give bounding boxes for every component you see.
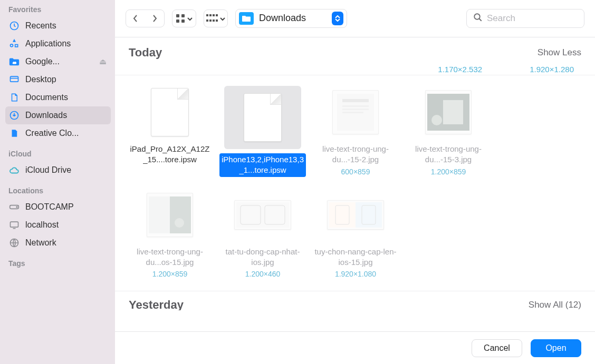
image-dimensions: 1.200×460 (245, 270, 281, 278)
main-pane: Downloads Today Show Less 1.170×2.532 1.… (115, 0, 595, 364)
svg-rect-10 (181, 19, 185, 23)
file-label: iPhone13,2,iPhone13,3_1...tore.ipsw (219, 153, 306, 177)
sidebar-heading: Tags (5, 259, 111, 271)
svg-rect-18 (216, 19, 218, 22)
svg-rect-7 (176, 14, 179, 17)
group-by-button[interactable] (204, 9, 228, 27)
sidebar-heading: Favorites (5, 5, 111, 17)
search-input[interactable] (487, 13, 578, 24)
svg-rect-12 (209, 14, 212, 16)
svg-rect-11 (206, 14, 208, 16)
cloud-icon (8, 164, 20, 176)
file-label: tat-tu-dong-cap-nhat-ios.jpg (219, 245, 306, 269)
sidebar-item-network[interactable]: Network (5, 234, 111, 252)
location-popup[interactable]: Downloads (235, 9, 347, 28)
section-header-yesterday: Yesterday Show All (12) (115, 291, 595, 310)
nav-back-button[interactable] (126, 10, 145, 27)
sidebar: Favorites Recents Applications Google...… (0, 0, 115, 364)
up-down-chevron-icon (332, 12, 343, 25)
file-item[interactable]: live-text-trong-ung-du...-15-3.jpg 1.200… (405, 86, 492, 177)
svg-rect-5 (11, 222, 18, 227)
file-browser-content[interactable]: Today Show Less 1.170×2.532 1.920×1.280 … (115, 37, 595, 331)
sidebar-item-applications[interactable]: Applications (5, 35, 111, 53)
file-item[interactable]: tuy-chon-nang-cap-len-ios-15.jpg 1.920×1… (312, 189, 399, 279)
sidebar-item-google[interactable]: Google... ⏏ (5, 53, 111, 71)
svg-rect-21 (342, 99, 369, 102)
file-thumbnail (141, 189, 199, 241)
sidebar-item-label: Creative Clo... (25, 129, 108, 138)
show-less-button[interactable]: Show Less (538, 47, 581, 58)
sidebar-item-label: Network (25, 238, 108, 248)
show-all-button[interactable]: Show All (12) (529, 300, 581, 310)
svg-rect-31 (236, 202, 289, 228)
file-thumbnail (327, 86, 385, 139)
file-thumbnail (327, 189, 385, 241)
svg-rect-15 (206, 19, 208, 22)
svg-rect-22 (342, 105, 369, 107)
folder-icon (239, 12, 254, 25)
desktop-icon (8, 74, 20, 85)
file-label: live-text-trong-ung-du...-15-3.jpg (405, 143, 492, 166)
image-thumbnail (327, 200, 384, 230)
image-dimensions: 1.920×1.280 (530, 65, 574, 74)
file-thumbnail (234, 189, 292, 241)
svg-rect-29 (170, 196, 191, 233)
file-item[interactable]: iPad_Pro_A12X_A12Z_15....tore.ipsw (127, 86, 213, 177)
dialog-footer: Cancel Open (115, 331, 595, 364)
sidebar-section-locations: Locations BOOTCAMP localhost Network (5, 186, 111, 252)
image-dimensions: 1.200×859 (152, 270, 188, 278)
open-button[interactable]: Open (531, 339, 581, 357)
view-mode-icon[interactable] (172, 9, 196, 27)
sidebar-item-bootcamp[interactable]: BOOTCAMP (5, 198, 111, 216)
sidebar-item-localhost[interactable]: localhost (5, 216, 111, 234)
sidebar-item-creative-cloud[interactable]: Creative Clo... (5, 124, 111, 142)
display-icon (8, 219, 20, 231)
sidebar-item-label: Downloads (25, 111, 108, 120)
file-label: tuy-chon-nang-cap-len-ios-15.jpg (312, 245, 399, 269)
apps-icon (8, 38, 20, 50)
svg-point-19 (474, 14, 480, 19)
download-icon (8, 110, 20, 121)
svg-rect-24 (342, 112, 363, 113)
svg-rect-14 (216, 14, 218, 16)
folder-cloud-icon (8, 56, 20, 67)
nav-forward-button[interactable] (145, 10, 164, 27)
sidebar-item-label: Documents (25, 93, 108, 102)
svg-rect-16 (209, 19, 212, 22)
sidebar-item-documents[interactable]: Documents (5, 88, 111, 106)
sidebar-item-desktop[interactable]: Desktop (5, 71, 111, 88)
file-label: live-text-trong-ung-du...-15-2.jpg (312, 143, 399, 166)
svg-rect-23 (342, 109, 369, 110)
svg-point-27 (431, 115, 442, 125)
image-dimensions: 1.920×1.080 (335, 270, 376, 278)
file-grid-today: iPad_Pro_A12X_A12Z_15....tore.ipsw iPhon… (115, 75, 595, 291)
sidebar-section-icloud: iCloud iCloud Drive (5, 150, 111, 179)
svg-rect-13 (213, 14, 215, 16)
sidebar-item-downloads[interactable]: Downloads (5, 106, 111, 124)
document-icon (8, 92, 20, 103)
clock-icon (8, 20, 20, 32)
file-thumbnail (141, 86, 199, 139)
sidebar-item-icloud-drive[interactable]: iCloud Drive (5, 161, 111, 179)
sidebar-item-label: iCloud Drive (25, 165, 108, 175)
sidebar-item-label: localhost (25, 220, 108, 230)
sidebar-item-label: Applications (25, 39, 108, 48)
svg-rect-1 (11, 76, 18, 82)
file-item[interactable]: live-text-trong-ung-du...os-15.jpg 1.200… (127, 189, 213, 279)
svg-rect-17 (213, 19, 215, 22)
eject-icon[interactable]: ⏏ (99, 57, 108, 66)
section-title: Yesterday (129, 298, 184, 310)
disk-icon (8, 201, 20, 213)
file-label: iPad_Pro_A12X_A12Z_15....tore.ipsw (127, 143, 213, 166)
svg-rect-34 (329, 202, 356, 228)
cancel-button[interactable]: Cancel (472, 339, 522, 357)
file-item[interactable]: iPhone13,2,iPhone13,3_1...tore.ipsw (219, 86, 306, 177)
sidebar-item-recents[interactable]: Recents (5, 17, 111, 35)
file-item[interactable]: live-text-trong-ung-du...-15-2.jpg 600×8… (312, 86, 399, 177)
sidebar-heading: Locations (5, 186, 111, 198)
svg-rect-35 (356, 202, 382, 228)
search-icon (473, 13, 483, 24)
file-item[interactable]: tat-tu-dong-cap-nhat-ios.jpg 1.200×460 (219, 189, 306, 279)
search-field[interactable] (466, 9, 584, 28)
svg-rect-28 (149, 196, 170, 233)
